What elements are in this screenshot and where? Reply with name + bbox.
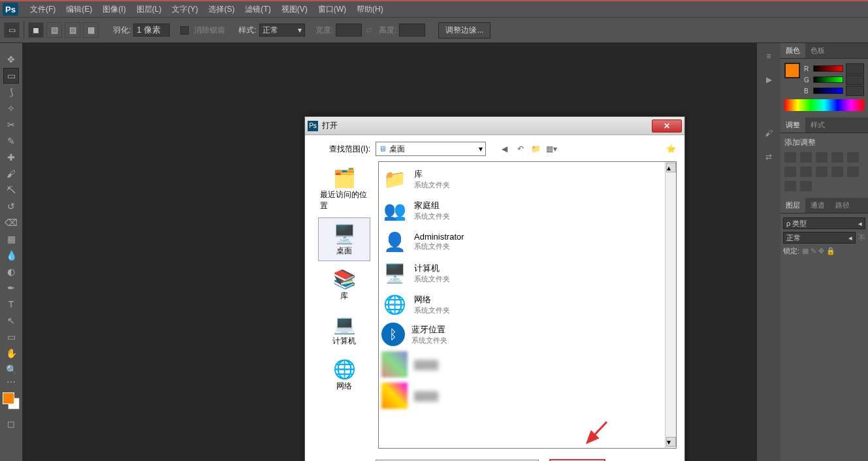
g-value[interactable]: [846, 74, 864, 85]
foreground-swatch[interactable]: [3, 392, 14, 404]
scrollbar[interactable]: ▴ ▾: [665, 162, 676, 448]
place-library[interactable]: 📚库: [318, 262, 370, 306]
blend-mode-select[interactable]: 正常◂: [783, 232, 856, 244]
dialog-titlebar[interactable]: Ps 打开 ✕: [305, 117, 684, 135]
adj-icon[interactable]: [816, 152, 828, 163]
lookin-combo[interactable]: 🖥桌面 ▾: [376, 142, 486, 156]
favorites-icon[interactable]: ⭐: [665, 143, 677, 155]
b-value[interactable]: [846, 86, 864, 96]
paths-tab[interactable]: 路径: [830, 198, 855, 213]
newfolder-icon[interactable]: 📁: [530, 143, 542, 155]
marquee-tool-icon[interactable]: ▭: [3, 68, 19, 84]
scroll-up-icon[interactable]: ▴: [666, 163, 676, 172]
adj-icon[interactable]: [784, 152, 796, 163]
adj-icon[interactable]: [800, 181, 812, 191]
refine-edge-button[interactable]: 调整边缘...: [438, 22, 490, 39]
quickmask-icon[interactable]: ◻: [3, 416, 19, 432]
color-swatches[interactable]: [3, 392, 20, 409]
adj-icon[interactable]: [784, 167, 796, 177]
file-item-library[interactable]: 📁库系统文件夹: [380, 163, 675, 195]
blur-tool-icon[interactable]: 💧: [3, 247, 19, 263]
up-icon[interactable]: ↶: [515, 143, 526, 155]
r-slider[interactable]: [813, 65, 843, 72]
place-network[interactable]: 🌐网络: [318, 353, 370, 396]
menu-layer[interactable]: 图层(L): [131, 1, 167, 18]
swatches-icon[interactable]: ⇄: [762, 150, 775, 163]
menu-select[interactable]: 选择(S): [203, 1, 240, 18]
file-item-network[interactable]: 🌐网络系统文件夹: [380, 289, 675, 320]
eraser-tool-icon[interactable]: ⌫: [3, 215, 19, 230]
eyedropper-tool-icon[interactable]: ✎: [3, 133, 19, 149]
lasso-tool-icon[interactable]: ⟆: [3, 84, 19, 100]
selection-new-icon[interactable]: ◼: [28, 22, 44, 38]
shape-tool-icon[interactable]: ▭: [3, 329, 19, 345]
menu-view[interactable]: 视图(V): [276, 1, 313, 18]
file-item-admin[interactable]: 👤Administrator系统文件夹: [380, 226, 675, 257]
file-item-image2[interactable]: ████: [380, 380, 675, 411]
adj-icon[interactable]: [800, 167, 812, 177]
menu-edit[interactable]: 编辑(E): [61, 1, 97, 18]
file-item-computer[interactable]: 🖥️计算机系统文件夹: [380, 257, 675, 289]
place-recent[interactable]: 🗂️最近访问的位置: [318, 161, 370, 216]
stamp-tool-icon[interactable]: ⛏: [3, 182, 19, 198]
lock-icons[interactable]: ▦ ✎ ✥ 🔒: [802, 247, 835, 255]
place-desktop[interactable]: 🖥️桌面: [318, 217, 370, 261]
crop-tool-icon[interactable]: ✂: [3, 117, 19, 133]
place-computer[interactable]: 💻计算机: [318, 308, 370, 351]
scroll-down-icon[interactable]: ▾: [666, 437, 676, 447]
adj-icon[interactable]: [847, 167, 859, 177]
menu-window[interactable]: 窗口(W): [313, 1, 351, 18]
text-tool-icon[interactable]: T: [3, 296, 19, 312]
back-icon[interactable]: ◀: [499, 143, 511, 155]
brush-tool-icon[interactable]: 🖌: [3, 166, 19, 182]
wand-tool-icon[interactable]: ✧: [3, 101, 19, 116]
file-list[interactable]: 📁库系统文件夹 👥家庭组系统文件夹 👤Administrator系统文件夹 🖥️…: [378, 161, 677, 449]
menu-image[interactable]: 图像(I): [97, 1, 131, 18]
style-select[interactable]: 正常▾: [259, 24, 305, 37]
adj-icon[interactable]: [831, 167, 843, 177]
path-tool-icon[interactable]: ↖: [3, 313, 19, 328]
file-item-image1[interactable]: ████: [380, 349, 675, 380]
adj-icon[interactable]: [847, 152, 859, 163]
history-icon[interactable]: ≡: [762, 50, 775, 63]
color-tab[interactable]: 颜色: [780, 43, 805, 58]
g-slider[interactable]: [813, 76, 843, 83]
adjustments-tab[interactable]: 调整: [780, 118, 805, 133]
selection-intersect-icon[interactable]: ▩: [83, 22, 99, 38]
file-item-bluetooth[interactable]: ᛒ蓝牙位置系统文件夹: [380, 320, 675, 349]
swatches-tab[interactable]: 色板: [805, 43, 830, 58]
channels-tab[interactable]: 通道: [805, 198, 830, 213]
move-tool-icon[interactable]: ✥: [3, 52, 19, 67]
b-slider[interactable]: [813, 87, 843, 94]
adj-icon[interactable]: [816, 167, 828, 177]
feather-input[interactable]: [133, 24, 170, 37]
fg-swatch[interactable]: [784, 63, 800, 78]
gradient-tool-icon[interactable]: ▦: [3, 231, 19, 247]
adj-icon[interactable]: [831, 152, 843, 163]
menu-help[interactable]: 帮助(H): [351, 1, 389, 18]
dodge-tool-icon[interactable]: ◐: [3, 264, 19, 279]
file-item-homegroup[interactable]: 👥家庭组系统文件夹: [380, 195, 675, 226]
close-button[interactable]: ✕: [652, 119, 682, 133]
zoom-tool-icon[interactable]: 🔍: [3, 362, 19, 377]
adj-icon[interactable]: [800, 152, 812, 163]
antialias-checkbox[interactable]: [180, 26, 189, 35]
play-icon[interactable]: ▶: [762, 73, 775, 86]
viewmenu-icon[interactable]: ▦▾: [546, 143, 558, 155]
menu-file[interactable]: 文件(F): [25, 1, 61, 18]
hand-tool-icon[interactable]: ✋: [3, 345, 19, 361]
selection-subtract-icon[interactable]: ▨: [65, 22, 80, 38]
brush-preset-icon[interactable]: 🖌: [762, 127, 775, 140]
menu-filter[interactable]: 滤镜(T): [240, 1, 276, 18]
styles-tab[interactable]: 样式: [805, 118, 830, 133]
r-value[interactable]: [846, 63, 864, 74]
heal-tool-icon[interactable]: ✚: [3, 150, 19, 165]
marquee-tool-icon[interactable]: ▭: [4, 22, 20, 38]
pen-tool-icon[interactable]: ✒: [3, 280, 19, 296]
history-brush-icon[interactable]: ↺: [3, 199, 19, 214]
spectrum-bar[interactable]: [784, 99, 864, 111]
menu-type[interactable]: 文字(Y): [167, 1, 203, 18]
selection-add-icon[interactable]: ▧: [46, 22, 62, 38]
adj-icon[interactable]: [784, 181, 796, 191]
layers-tab[interactable]: 图层: [780, 198, 805, 213]
